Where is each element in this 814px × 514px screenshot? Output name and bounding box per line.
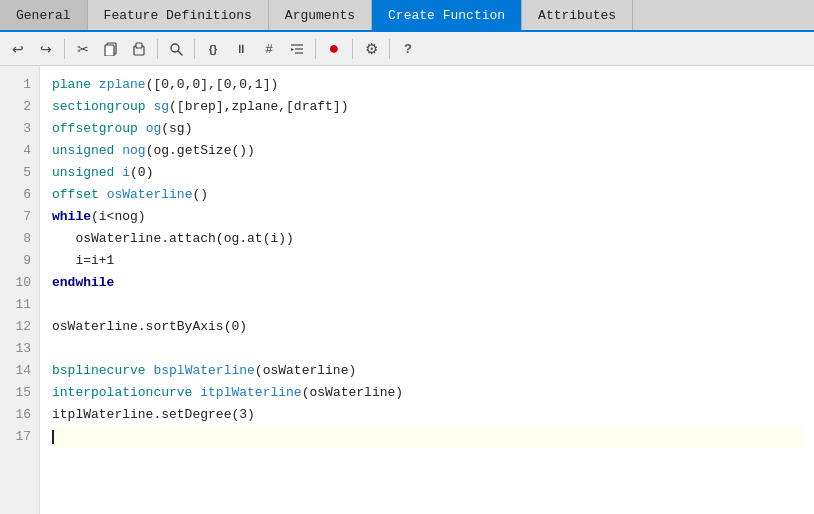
cut-button[interactable]: ✂ — [71, 37, 95, 61]
line-number-4: 4 — [8, 140, 31, 162]
line-number-8: 8 — [8, 228, 31, 250]
toolbar-separator-1 — [64, 39, 65, 59]
code-line-5: unsigned i(0) — [52, 162, 802, 184]
find-button[interactable] — [164, 37, 188, 61]
code-line-12: osWaterline.sortByAxis(0) — [52, 316, 802, 338]
code-line-13 — [52, 338, 802, 360]
line-number-10: 10 — [8, 272, 31, 294]
braces-button[interactable]: {} — [201, 37, 225, 61]
line-number-15: 15 — [8, 382, 31, 404]
line-number-6: 6 — [8, 184, 31, 206]
line-number-2: 2 — [8, 96, 31, 118]
record-button[interactable]: ● — [322, 37, 346, 61]
line-number-13: 13 — [8, 338, 31, 360]
line-number-7: 7 — [8, 206, 31, 228]
line-number-12: 12 — [8, 316, 31, 338]
code-line-14: bsplinecurve bsplWaterline(osWaterline) — [52, 360, 802, 382]
toolbar-separator-4 — [315, 39, 316, 59]
line-number-3: 3 — [8, 118, 31, 140]
svg-rect-1 — [105, 45, 114, 56]
toolbar-separator-2 — [157, 39, 158, 59]
code-line-10: endwhile — [52, 272, 802, 294]
svg-rect-3 — [136, 43, 142, 48]
code-line-1: plane zplane([0,0,0],[0,0,1]) — [52, 74, 802, 96]
settings-button[interactable]: ⚙ — [359, 37, 383, 61]
tab-arguments[interactable]: Arguments — [269, 0, 372, 30]
tab-general[interactable]: General — [0, 0, 88, 30]
help-button[interactable]: ? — [396, 37, 420, 61]
line-number-1: 1 — [8, 74, 31, 96]
line-number-9: 9 — [8, 250, 31, 272]
toolbar-separator-3 — [194, 39, 195, 59]
code-line-3: offsetgroup og(sg) — [52, 118, 802, 140]
code-line-17 — [52, 426, 802, 448]
code-line-15: interpolationcurve itplWaterline(osWater… — [52, 382, 802, 404]
code-line-4: unsigned nog(og.getSize()) — [52, 140, 802, 162]
code-line-11 — [52, 294, 802, 316]
indent-button[interactable] — [285, 37, 309, 61]
tab-bar: General Feature Definitions Arguments Cr… — [0, 0, 814, 32]
hash-button[interactable]: # — [257, 37, 281, 61]
svg-line-5 — [179, 51, 183, 55]
line-numbers: 1234567891011121314151617 — [0, 66, 40, 514]
editor-area: 1234567891011121314151617 plane zplane([… — [0, 66, 814, 514]
toolbar-separator-5 — [352, 39, 353, 59]
tab-create-function[interactable]: Create Function — [372, 0, 522, 30]
line-number-5: 5 — [8, 162, 31, 184]
svg-marker-9 — [291, 48, 294, 51]
line-number-14: 14 — [8, 360, 31, 382]
line-number-11: 11 — [8, 294, 31, 316]
toolbar: ↩ ↪ ✂ {} ⏸ # ● ⚙ ? — [0, 32, 814, 66]
svg-point-4 — [171, 44, 179, 52]
code-line-6: offset osWaterline() — [52, 184, 802, 206]
code-line-2: sectiongroup sg([brep],zplane,[draft]) — [52, 96, 802, 118]
tab-feature-definitions[interactable]: Feature Definitions — [88, 0, 269, 30]
code-line-7: while(i<nog) — [52, 206, 802, 228]
text-cursor — [52, 430, 54, 444]
line-number-16: 16 — [8, 404, 31, 426]
undo-button[interactable]: ↩ — [6, 37, 30, 61]
toolbar-separator-6 — [389, 39, 390, 59]
code-line-16: itplWaterline.setDegree(3) — [52, 404, 802, 426]
copy-button[interactable] — [99, 37, 123, 61]
code-line-8: osWaterline.attach(og.at(i)) — [52, 228, 802, 250]
tab-attributes[interactable]: Attributes — [522, 0, 633, 30]
pause-button[interactable]: ⏸ — [229, 37, 253, 61]
redo-button[interactable]: ↪ — [34, 37, 58, 61]
code-line-9: i=i+1 — [52, 250, 802, 272]
line-number-17: 17 — [8, 426, 31, 448]
code-content[interactable]: plane zplane([0,0,0],[0,0,1])sectiongrou… — [40, 66, 814, 514]
paste-button[interactable] — [127, 37, 151, 61]
